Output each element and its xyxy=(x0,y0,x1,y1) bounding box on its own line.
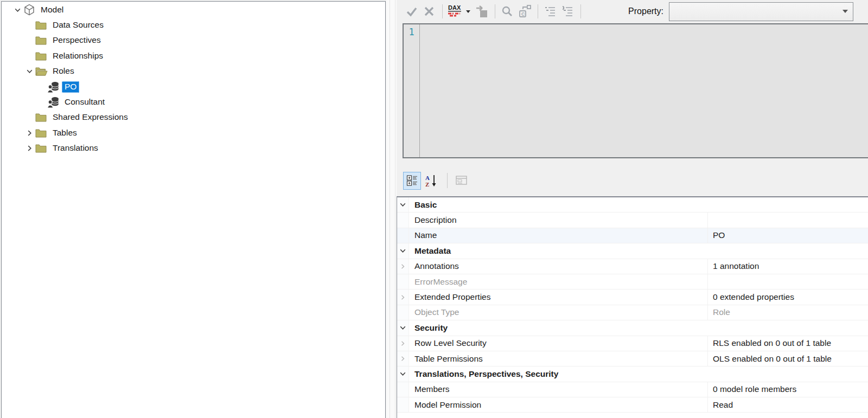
pg-row-name[interactable]: NamePO xyxy=(397,228,868,243)
pg-property-value[interactable]: OLS enabled on 0 out of 1 table xyxy=(707,351,868,366)
pg-property-name: Extended Properties xyxy=(409,290,707,304)
comment-lines-icon[interactable] xyxy=(542,3,558,20)
pg-property-name: ErrorMessage xyxy=(409,274,707,289)
pg-category-label: Basic xyxy=(409,197,437,212)
chevron-down-icon[interactable] xyxy=(397,366,409,381)
svg-text:DAX: DAX xyxy=(448,4,461,11)
alphabetical-sort-icon[interactable]: AZ xyxy=(423,172,441,190)
folder-icon xyxy=(35,112,50,124)
pg-property-value[interactable]: Read xyxy=(707,397,868,412)
replace-icon[interactable]: C xyxy=(516,3,533,20)
property-grid: BasicDescriptionNamePOMetadataAnnotation… xyxy=(397,196,868,418)
tree-item-label: Perspectives xyxy=(50,35,104,46)
categorized-icon[interactable] xyxy=(403,172,421,190)
panel-splitter[interactable] xyxy=(386,0,397,418)
paste-icon[interactable] xyxy=(474,3,490,20)
dropdown-caret-icon[interactable] xyxy=(464,3,473,20)
tree-item-shared-expressions[interactable]: Shared Expressions xyxy=(2,110,385,125)
pg-property-name: Object Type xyxy=(409,305,707,320)
expander-spacer xyxy=(23,20,35,31)
chevron-down-icon[interactable] xyxy=(397,197,409,212)
chevron-right-icon[interactable] xyxy=(397,290,409,304)
pg-property-value[interactable]: PO xyxy=(707,228,868,243)
right-panel: DAXCProperty: 1 AZ BasicDescriptionNameP… xyxy=(397,0,868,418)
gutter-spacer xyxy=(397,213,409,227)
tree-item-label: Tables xyxy=(50,127,80,139)
pg-property-name: Row Level Security xyxy=(409,336,707,351)
folder-icon xyxy=(35,35,50,47)
property-grid-toolbar: AZ xyxy=(397,165,868,196)
pg-category-basic[interactable]: Basic xyxy=(397,197,868,213)
pg-row-errormessage[interactable]: ErrorMessage xyxy=(397,274,868,290)
pg-row-object-type[interactable]: Object TypeRole xyxy=(397,305,868,320)
chevron-down-icon[interactable] xyxy=(397,320,409,335)
expression-editor-toolbar: DAXCProperty: xyxy=(397,0,868,23)
expression-editor[interactable]: 1 xyxy=(403,23,868,158)
chevron-right-icon[interactable] xyxy=(23,127,35,139)
uncomment-lines-icon[interactable] xyxy=(559,3,576,20)
pg-property-value[interactable] xyxy=(707,274,868,289)
line-number: 1 xyxy=(409,27,414,37)
tree-item-tables[interactable]: Tables xyxy=(2,125,385,140)
folder-icon xyxy=(35,20,50,31)
property-dropdown[interactable] xyxy=(669,2,853,21)
chevron-down-icon[interactable] xyxy=(11,4,23,16)
chevron-right-icon[interactable] xyxy=(397,336,409,351)
pg-property-name: Name xyxy=(409,228,707,243)
dax-formatter-icon[interactable]: DAX xyxy=(446,3,463,20)
find-icon[interactable] xyxy=(499,3,515,20)
pg-property-value[interactable]: 0 extended properties xyxy=(707,290,868,304)
pg-category-metadata[interactable]: Metadata xyxy=(397,243,868,259)
pg-property-value[interactable]: Role xyxy=(707,305,868,320)
pg-property-name: Annotations xyxy=(409,259,707,274)
tree-item-model[interactable]: Model xyxy=(2,2,385,17)
pg-category-label: Translations, Perspectives, Security xyxy=(409,366,558,381)
chevron-down-icon[interactable] xyxy=(23,66,35,78)
property-pages-icon[interactable] xyxy=(452,172,470,190)
tree-item-translations[interactable]: Translations xyxy=(2,141,385,156)
tree-item-label: Roles xyxy=(50,66,77,77)
folder-icon xyxy=(35,143,50,155)
editor-content[interactable] xyxy=(420,24,868,157)
tree-item-roles[interactable]: Roles xyxy=(2,64,385,79)
tree-item-relationships[interactable]: Relationships xyxy=(2,48,385,63)
pg-property-value[interactable]: 1 annotation xyxy=(707,259,868,274)
tree-item-data-sources[interactable]: Data Sources xyxy=(2,17,385,33)
property-label: Property: xyxy=(628,7,663,16)
pg-category-translations-perspectives-security[interactable]: Translations, Perspectives, Security xyxy=(397,366,868,382)
pg-row-row-level-security[interactable]: Row Level SecurityRLS enabled on 0 out o… xyxy=(397,336,868,351)
pg-property-value[interactable] xyxy=(707,213,868,227)
pg-property-name: Table Permissions xyxy=(409,351,707,366)
pg-category-security[interactable]: Security xyxy=(397,320,868,336)
toolbar-separator xyxy=(580,4,581,18)
pg-category-label: Metadata xyxy=(409,243,451,258)
pg-row-table-permissions[interactable]: Table PermissionsOLS enabled on 0 out of… xyxy=(397,351,868,366)
svg-text:A: A xyxy=(425,174,430,181)
gutter-spacer xyxy=(397,228,409,243)
tree-item-label: Model xyxy=(38,4,66,16)
folder-icon xyxy=(35,50,50,62)
cancel-icon[interactable] xyxy=(421,3,437,20)
toolbar-separator xyxy=(495,4,495,18)
chevron-right-icon[interactable] xyxy=(23,143,35,155)
pg-property-value[interactable]: RLS enabled on 0 out of 1 table xyxy=(707,336,868,351)
pg-row-description[interactable]: Description xyxy=(397,213,868,228)
pg-row-model-permission[interactable]: Model PermissionRead xyxy=(397,397,868,413)
chevron-down-icon[interactable] xyxy=(397,243,409,258)
chevron-down-icon xyxy=(843,10,848,13)
tree-item-perspectives[interactable]: Perspectives xyxy=(2,33,385,48)
tree-item-consultant[interactable]: Consultant xyxy=(2,94,385,110)
pg-row-annotations[interactable]: Annotations1 annotation xyxy=(397,259,868,274)
pg-row-members[interactable]: Members0 model role members xyxy=(397,382,868,397)
tree-item-po[interactable]: PO xyxy=(2,79,385,94)
accept-icon[interactable] xyxy=(404,3,420,20)
gutter-spacer xyxy=(397,305,409,320)
toolbar-separator xyxy=(447,173,448,188)
folder-open-icon xyxy=(35,66,50,78)
editor-gutter: 1 xyxy=(404,24,420,157)
chevron-right-icon[interactable] xyxy=(397,351,409,366)
toolbar-separator xyxy=(442,4,443,18)
pg-property-value[interactable]: 0 model role members xyxy=(707,382,868,397)
chevron-right-icon[interactable] xyxy=(397,259,409,274)
pg-row-extended-properties[interactable]: Extended Properties0 extended properties xyxy=(397,290,868,305)
